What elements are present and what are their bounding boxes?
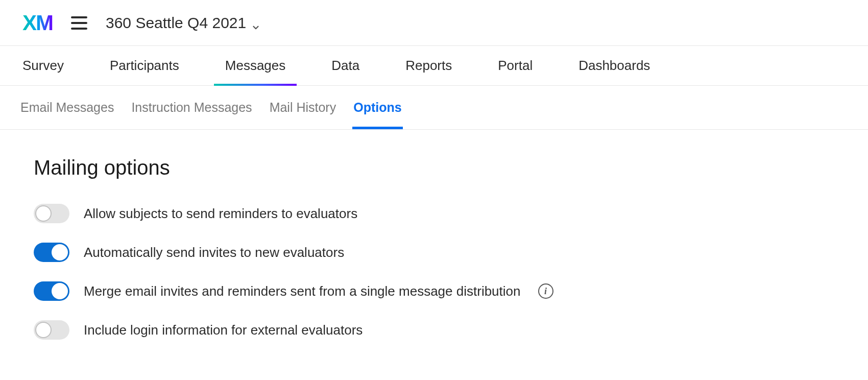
option-label: Include login information for external e… [84,322,363,338]
primary-nav: Survey Participants Messages Data Report… [0,46,868,86]
tab-survey[interactable]: Survey [22,46,64,85]
toggle-auto-invites[interactable] [34,243,69,262]
subtab-options[interactable]: Options [352,86,402,129]
content-area: Mailing options Allow subjects to send r… [0,130,868,340]
option-row-merge-invites: Merge email invites and reminders sent f… [34,281,868,301]
tab-portal[interactable]: Portal [498,46,533,85]
project-title: 360 Seattle Q4 2021 [106,14,246,32]
option-label: Merge email invites and reminders sent f… [84,283,521,299]
tab-dashboards[interactable]: Dashboards [578,46,650,85]
xm-logo[interactable]: XM [22,12,53,34]
subtab-mail-history[interactable]: Mail History [269,86,337,129]
option-label: Allow subjects to send reminders to eval… [84,206,357,222]
tab-reports[interactable]: Reports [405,46,452,85]
secondary-nav: Email Messages Instruction Messages Mail… [0,86,868,130]
toggle-allow-reminders[interactable] [34,204,69,223]
toggle-merge-invites[interactable] [34,281,69,301]
page-title: Mailing options [34,156,868,179]
toggle-include-login[interactable] [34,320,69,340]
tab-messages[interactable]: Messages [225,46,286,85]
option-row-allow-reminders: Allow subjects to send reminders to eval… [34,204,868,223]
topbar: XM 360 Seattle Q4 2021 [0,0,868,46]
hamburger-menu-icon[interactable] [71,16,87,30]
tab-data[interactable]: Data [331,46,359,85]
project-switcher[interactable]: 360 Seattle Q4 2021 [106,14,260,32]
option-row-auto-invites: Automatically send invites to new evalua… [34,243,868,262]
option-row-include-login: Include login information for external e… [34,320,868,340]
option-label: Automatically send invites to new evalua… [84,245,344,260]
tab-participants[interactable]: Participants [110,46,179,85]
subtab-email-messages[interactable]: Email Messages [19,86,115,129]
subtab-instruction-messages[interactable]: Instruction Messages [130,86,253,129]
chevron-down-icon [251,18,260,28]
info-icon[interactable]: i [538,283,553,299]
